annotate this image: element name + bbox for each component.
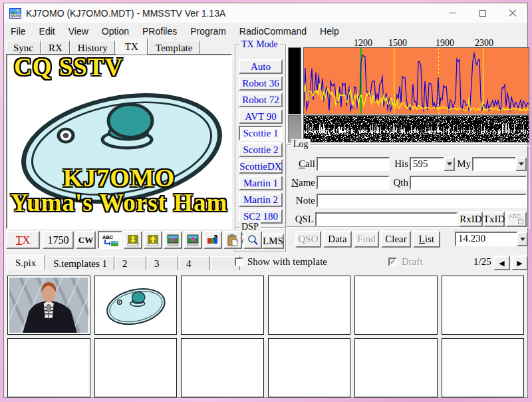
pix-cell-empty[interactable]	[442, 338, 525, 397]
mode-auto[interactable]: Auto	[239, 59, 283, 74]
show-with-template-label: Show with template	[247, 256, 327, 268]
tone-1750-button[interactable]: 1750	[43, 231, 74, 249]
image-swap-button[interactable]	[124, 231, 142, 249]
frequency-combo[interactable]: 14.230	[455, 232, 528, 246]
my-value	[472, 157, 515, 171]
menu-help[interactable]: Help	[313, 24, 346, 39]
tab-tx[interactable]: TX	[116, 39, 148, 55]
mode-avt90[interactable]: AVT 90	[239, 109, 283, 124]
menu-view[interactable]: View	[62, 24, 95, 39]
next-page-button[interactable]: ▶	[511, 256, 528, 270]
my-dropdown-button[interactable]	[515, 157, 527, 171]
spectrum-display[interactable]	[303, 47, 529, 114]
pix-tab-2[interactable]: 2	[115, 256, 146, 270]
pix-cell-empty[interactable]	[354, 276, 438, 335]
pix-tab-spix[interactable]: S.pix	[6, 255, 45, 270]
mode-martin2[interactable]: Martin 2	[239, 192, 283, 207]
pix-thumb-lid[interactable]	[94, 276, 178, 335]
pix-tab-4[interactable]: 4	[179, 256, 210, 270]
arrow-right-icon: ▶	[517, 259, 522, 268]
name-label: Name	[289, 177, 315, 188]
magnifier-icon	[247, 234, 259, 246]
menu-profiles[interactable]: PRofiles	[136, 24, 184, 39]
rx-image-copy-icon	[167, 234, 179, 246]
pix-cell-empty[interactable]	[354, 338, 438, 397]
maximize-button[interactable]	[467, 3, 497, 23]
mode-robot72[interactable]: Robot 72	[239, 93, 283, 107]
pix-tab-3[interactable]: 3	[147, 256, 178, 270]
image-load-button[interactable]	[144, 231, 162, 249]
clear-button[interactable]: Clear	[381, 231, 411, 248]
arrow-left-icon: ◀	[499, 259, 504, 268]
call-input[interactable]	[317, 157, 390, 171]
pix-cell-empty[interactable]	[181, 338, 264, 397]
menu-file[interactable]: File	[4, 24, 33, 39]
qth-input[interactable]	[410, 176, 527, 190]
prev-page-button[interactable]: ◀	[493, 256, 510, 270]
tab-sync[interactable]: Sync	[6, 41, 41, 55]
note-label: Note	[289, 195, 315, 206]
main-tabstrip: Sync RX History TX Template	[6, 39, 200, 55]
tab-history[interactable]: History	[70, 41, 115, 55]
menu-radiocommand[interactable]: RadioCommand	[233, 24, 313, 39]
pix-tab-stemplates1[interactable]: S.templates 1	[46, 256, 114, 270]
pix-cell-empty[interactable]	[268, 276, 351, 335]
app-icon: SSTV	[9, 8, 21, 19]
pix-row-2	[7, 338, 524, 397]
menu-program[interactable]: Program	[184, 24, 233, 39]
copy-history-image-button[interactable]	[184, 231, 202, 249]
minimize-button[interactable]	[438, 3, 467, 23]
his-combo[interactable]: 595	[410, 157, 455, 171]
note-input[interactable]	[317, 194, 527, 208]
show-with-template-checkbox[interactable]	[235, 258, 243, 266]
waterfall-display[interactable]	[303, 115, 529, 142]
tx-mode-label: TX Mode	[239, 39, 280, 50]
chevron-down-icon	[520, 238, 525, 244]
my-combo[interactable]	[472, 157, 527, 171]
name-input[interactable]	[317, 176, 390, 190]
minimize-icon	[449, 13, 456, 13]
qth-label: Qth	[391, 177, 408, 188]
mode-martin1[interactable]: Martin 1	[239, 176, 283, 190]
pix-cell-empty[interactable]	[268, 338, 351, 397]
qsl-input[interactable]	[315, 212, 458, 226]
pot-lid-thumbnail	[99, 280, 172, 330]
pix-cell-empty[interactable]	[442, 276, 525, 335]
mode-scottie2[interactable]: Scottie 2	[239, 142, 283, 157]
qso-button: QSO	[295, 231, 321, 248]
image-text-caption: Yuma's Worst Ham	[7, 188, 231, 217]
pix-cell-empty[interactable]	[94, 338, 178, 397]
tab-rx[interactable]: RX	[41, 41, 70, 55]
tx-button[interactable]: TX	[6, 231, 40, 249]
mode-scottie1[interactable]: Scottie 1	[239, 126, 283, 140]
copy-rx-image-button[interactable]	[164, 231, 182, 249]
txid-button[interactable]: TxID	[483, 212, 505, 227]
mode-robot36[interactable]: Robot 36	[239, 76, 283, 91]
export-image-button[interactable]	[203, 231, 222, 249]
check-icon: ✓	[390, 259, 396, 265]
rxid-button[interactable]: RxID	[459, 212, 483, 227]
pix-cell-empty[interactable]	[7, 338, 90, 397]
log-label: Log	[291, 139, 311, 150]
clipboard-paste-icon	[227, 234, 239, 246]
pix-thumb-rick[interactable]	[7, 276, 90, 335]
menu-edit[interactable]: Edit	[33, 24, 62, 39]
svg-text:SSTV: SSTV	[11, 14, 21, 18]
menu-option[interactable]: Option	[95, 24, 136, 39]
tab-template[interactable]: Template	[148, 41, 200, 55]
his-dropdown-button[interactable]	[444, 157, 455, 171]
lms-button[interactable]: LMS	[262, 234, 284, 249]
list-button[interactable]: List	[413, 231, 440, 248]
data-button[interactable]: Data	[323, 231, 352, 248]
clipboard-button[interactable]	[223, 231, 242, 249]
desktop: { "window": { "title": "KJ7OMO (KJ7OMO.M…	[0, 0, 532, 402]
pix-cell-empty[interactable]	[181, 276, 264, 335]
frequency-dropdown-button[interactable]	[517, 232, 528, 246]
chevron-down-icon	[519, 162, 524, 168]
cw-button[interactable]: CW	[76, 231, 96, 249]
close-button[interactable]	[497, 3, 527, 23]
mode-scottiedx[interactable]: ScottieDX	[239, 159, 283, 174]
magnifier-button[interactable]	[243, 231, 262, 249]
image-updown-icon	[127, 234, 139, 246]
text-overlay-button[interactable]: ABC	[98, 231, 122, 249]
